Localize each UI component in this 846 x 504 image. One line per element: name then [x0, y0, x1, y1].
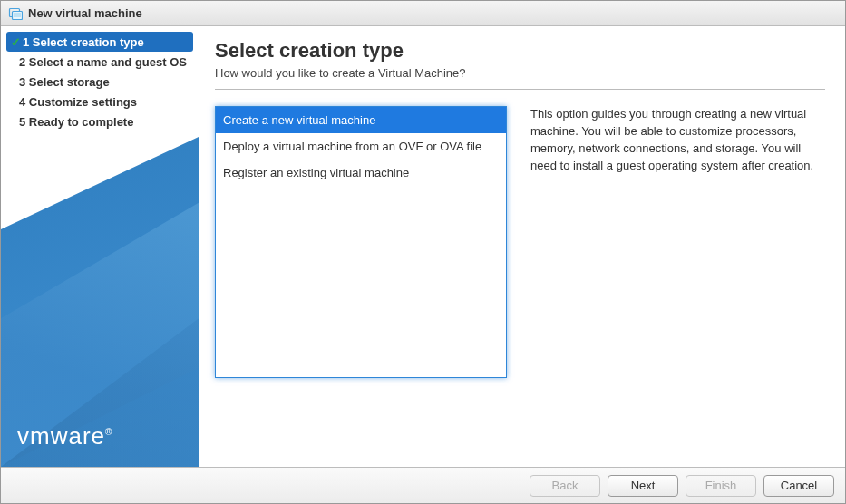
step-label: 3 Select storage — [19, 75, 110, 89]
step-label: 2 Select a name and guest OS — [19, 55, 187, 69]
vmware-logo: vmware® — [17, 422, 112, 451]
creation-type-listbox[interactable]: Create a new virtual machine Deploy a vi… — [215, 106, 507, 378]
back-button[interactable]: Back — [530, 475, 600, 497]
step-label: 5 Ready to complete — [19, 115, 133, 129]
main-panel: Select creation type How would you like … — [199, 26, 845, 467]
wizard-body: ✓ 1 Select creation type ✓ 2 Select a na… — [1, 26, 845, 467]
option-description: This option guides you through creating … — [530, 106, 825, 458]
step-select-storage[interactable]: ✓ 3 Select storage — [1, 72, 199, 92]
window-title: New virtual machine — [28, 6, 142, 20]
option-register-existing-vm[interactable]: Register an existing virtual machine — [216, 160, 506, 186]
step-label: 4 Customize settings — [19, 95, 137, 109]
option-create-new-vm[interactable]: Create a new virtual machine — [216, 107, 506, 133]
option-deploy-ovf-ova[interactable]: Deploy a virtual machine from an OVF or … — [216, 133, 506, 160]
sidebar: ✓ 1 Select creation type ✓ 2 Select a na… — [1, 26, 199, 467]
next-button[interactable]: Next — [608, 475, 678, 497]
step-select-name-guest-os[interactable]: ✓ 2 Select a name and guest OS — [1, 52, 199, 72]
checkmark-icon: ✓ — [8, 35, 23, 49]
step-select-creation-type[interactable]: ✓ 1 Select creation type — [6, 32, 193, 52]
step-customize-settings[interactable]: ✓ 4 Customize settings — [1, 92, 199, 111]
finish-button[interactable]: Finish — [686, 475, 756, 497]
svg-rect-2 — [14, 13, 21, 17]
wizard-footer: Back Next Finish Cancel — [1, 467, 845, 503]
step-ready-to-complete[interactable]: ✓ 5 Ready to complete — [1, 111, 199, 131]
content-row: Create a new virtual machine Deploy a vi… — [215, 106, 825, 458]
cancel-button[interactable]: Cancel — [763, 475, 834, 497]
sidebar-art: vmware® — [1, 137, 199, 467]
page-title: Select creation type — [215, 39, 825, 63]
step-list: ✓ 1 Select creation type ✓ 2 Select a na… — [1, 26, 199, 137]
vm-icon — [8, 6, 23, 21]
page-subtitle: How would you like to create a Virtual M… — [215, 66, 825, 90]
step-label: 1 Select creation type — [23, 35, 144, 49]
titlebar: New virtual machine — [1, 1, 845, 26]
wizard-window: New virtual machine ✓ 1 Select creation … — [0, 0, 846, 504]
